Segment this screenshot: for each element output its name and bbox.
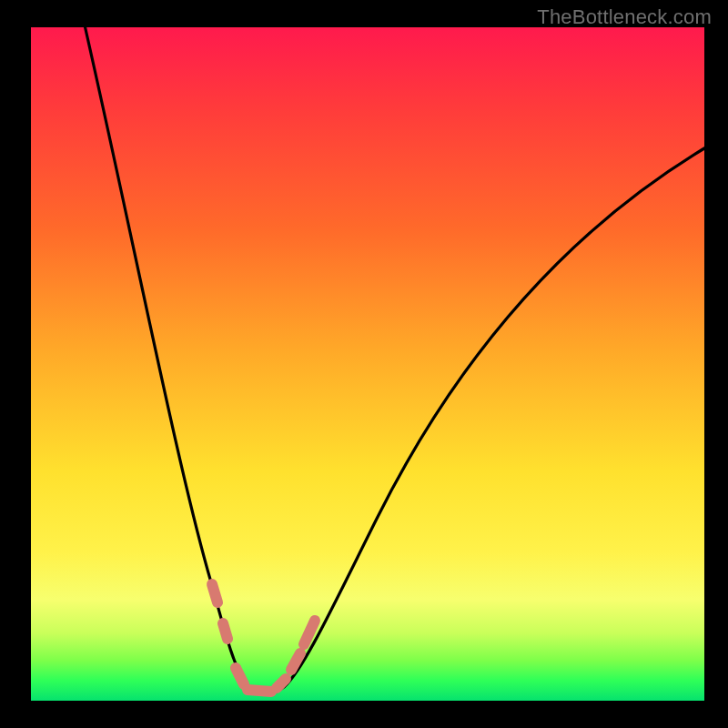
marker-dot: [304, 621, 315, 644]
bottleneck-curve: [81, 9, 709, 694]
marker-dot: [248, 690, 271, 692]
valley-markers: [212, 584, 315, 692]
marker-dot: [212, 584, 217, 602]
plot-area: [31, 27, 704, 701]
bottleneck-curve-svg: [31, 27, 704, 701]
watermark-text: TheBottleneck.com: [537, 5, 712, 29]
marker-dot: [277, 679, 286, 688]
chart-frame: TheBottleneck.com: [0, 0, 728, 728]
marker-dot: [223, 623, 228, 639]
marker-dot: [236, 668, 244, 684]
